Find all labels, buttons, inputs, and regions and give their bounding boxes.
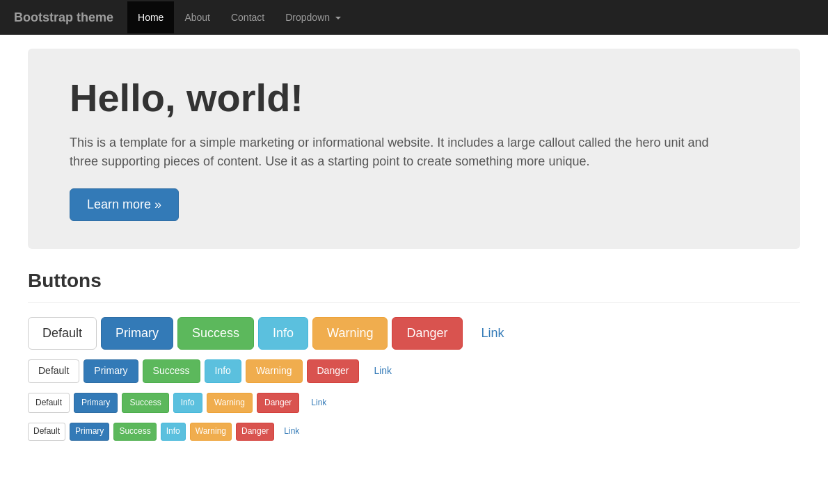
nav-item-home: Home xyxy=(127,1,174,33)
navbar-brand[interactable]: Bootstrap theme xyxy=(14,10,113,25)
btn-info-xsmall[interactable]: Info xyxy=(161,423,186,440)
btn-primary-small[interactable]: Primary xyxy=(74,393,118,413)
btn-row-small: Default Primary Success Info Warning Dan… xyxy=(28,393,800,413)
nav-item-contact: Contact xyxy=(221,1,275,33)
jumbotron: Hello, world! This is a template for a s… xyxy=(28,49,800,249)
btn-success-xsmall[interactable]: Success xyxy=(113,423,156,440)
btn-link-large[interactable]: Link xyxy=(467,317,519,350)
btn-danger-large[interactable]: Danger xyxy=(392,317,462,350)
btn-link-small[interactable]: Link xyxy=(303,393,334,413)
btn-link-medium[interactable]: Link xyxy=(363,359,402,383)
jumbotron-heading: Hello, world! xyxy=(70,76,758,120)
btn-primary-large[interactable]: Primary xyxy=(101,317,173,350)
section-divider xyxy=(28,302,800,303)
btn-warning-small[interactable]: Warning xyxy=(207,393,253,413)
btn-primary-medium[interactable]: Primary xyxy=(83,359,138,383)
btn-row-medium: Default Primary Success Info Warning Dan… xyxy=(28,359,800,383)
nav-item-about: About xyxy=(174,1,221,33)
buttons-section: Buttons Default Primary Success Info War… xyxy=(28,270,800,441)
btn-info-large[interactable]: Info xyxy=(258,317,308,350)
btn-success-large[interactable]: Success xyxy=(177,317,254,350)
btn-success-small[interactable]: Success xyxy=(122,393,168,413)
nav-link-contact[interactable]: Contact xyxy=(221,1,275,33)
btn-success-medium[interactable]: Success xyxy=(143,359,200,383)
buttons-heading: Buttons xyxy=(28,270,800,292)
jumbotron-body: This is a template for a simple marketin… xyxy=(70,133,731,171)
btn-warning-large[interactable]: Warning xyxy=(312,317,388,350)
btn-row-xsmall: Default Primary Success Info Warning Dan… xyxy=(28,423,800,440)
btn-default-medium[interactable]: Default xyxy=(28,359,79,383)
btn-default-large[interactable]: Default xyxy=(28,317,97,350)
btn-danger-medium[interactable]: Danger xyxy=(307,359,360,383)
nav-link-home[interactable]: Home xyxy=(127,1,174,33)
btn-info-medium[interactable]: Info xyxy=(205,359,241,383)
btn-danger-small[interactable]: Danger xyxy=(257,393,299,413)
btn-danger-xsmall[interactable]: Danger xyxy=(236,423,274,440)
btn-row-large: Default Primary Success Info Warning Dan… xyxy=(28,317,800,350)
btn-link-xsmall[interactable]: Link xyxy=(278,423,305,440)
btn-default-small[interactable]: Default xyxy=(28,393,70,413)
btn-warning-medium[interactable]: Warning xyxy=(246,359,303,383)
nav-link-about[interactable]: About xyxy=(174,1,221,33)
btn-default-xsmall[interactable]: Default xyxy=(28,423,65,440)
nav-link-dropdown[interactable]: Dropdown xyxy=(275,1,351,33)
nav-links: Home About Contact Dropdown xyxy=(127,1,351,33)
btn-primary-xsmall[interactable]: Primary xyxy=(70,423,109,440)
navbar: Bootstrap theme Home About Contact Dropd… xyxy=(0,0,828,35)
btn-info-small[interactable]: Info xyxy=(173,393,202,413)
learn-more-button[interactable]: Learn more » xyxy=(70,188,179,221)
main-content: Hello, world! This is a template for a s… xyxy=(17,35,811,464)
dropdown-caret-icon xyxy=(335,17,341,19)
btn-warning-xsmall[interactable]: Warning xyxy=(190,423,232,440)
nav-item-dropdown: Dropdown xyxy=(275,1,351,33)
